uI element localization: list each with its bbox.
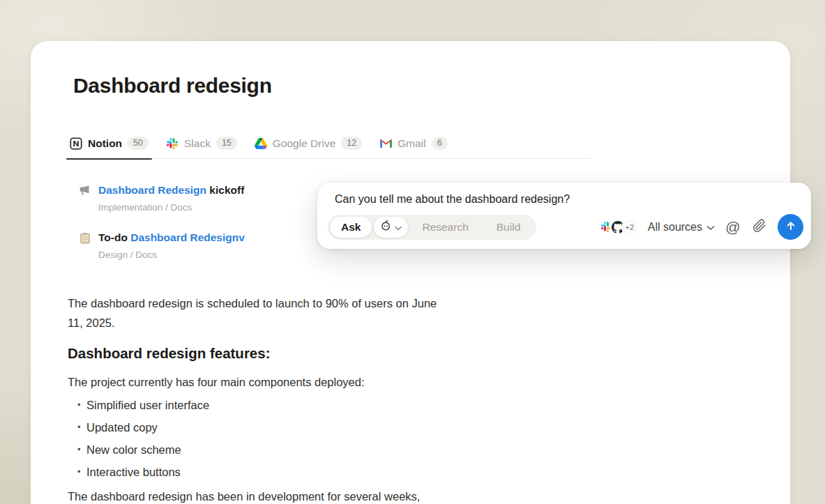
chevron-down-icon [395,221,402,234]
tab-gmail[interactable]: Gmail 6 [379,137,447,150]
page-title: Dashboard redesign [73,74,272,98]
notion-page-card: Dashboard redesign Notion 50 Slack 15 Go… [31,41,790,504]
source-tab-bar: Notion 50 Slack 15 Google Drive 12 Gmail… [70,137,591,159]
feature-list: Simplified user interface Updated copy N… [68,394,528,483]
result-item-kickoff[interactable]: Dashboard Redesign kickoff Implementatio… [79,184,330,213]
tab-google-drive[interactable]: Google Drive 12 [255,137,362,150]
tab-count-badge: 12 [341,137,362,150]
result-item-todo[interactable]: To-do Dashboard Redesignv Design / Docs [79,231,330,260]
research-mode-button[interactable]: Research [408,217,482,238]
result-title-rest: kickoff [209,184,244,196]
section-heading: Dashboard redesign features: [68,344,528,362]
paragraph: The project currently has four main comp… [68,373,528,392]
result-title-prefix: To-do [98,231,128,243]
notion-icon [70,137,82,150]
connected-sources-avatars: +2 [600,220,637,234]
ai-ask-panel: Can you tell me about the dashboard rede… [317,183,811,249]
tab-count-badge: 15 [216,137,237,150]
ai-face-icon [380,220,392,234]
result-breadcrumb: Design / Docs [98,250,330,260]
tab-label: Google Drive [273,137,335,150]
tab-label: Gmail [398,137,425,150]
tab-label: Notion [88,137,122,150]
list-item: Interactive buttons [68,461,528,483]
paperclip-icon [752,219,766,236]
attach-button[interactable] [750,217,769,237]
tab-count-badge: 50 [128,137,149,150]
sources-selector[interactable]: +2 All sources [600,220,715,234]
tab-notion[interactable]: Notion 50 [70,137,149,150]
at-icon: @ [725,220,740,234]
google-drive-icon [255,137,267,150]
list-item: Updated copy [68,416,528,438]
tab-count-badge: 6 [432,137,448,150]
send-button[interactable] [778,214,803,240]
arrow-up-icon [785,220,797,235]
tab-slack[interactable]: Slack 15 [166,137,237,150]
mention-button[interactable]: @ [723,217,743,237]
build-mode-button[interactable]: Build [483,217,534,238]
search-results-list: Dashboard Redesign kickoff Implementatio… [79,184,330,279]
tab-label: Slack [184,137,211,150]
ask-input[interactable]: Can you tell me about the dashboard rede… [317,183,811,209]
sources-label: All sources [648,221,702,234]
mode-segmented-control: Ask Research Build [328,215,536,240]
clipboard-icon [79,231,91,244]
more-sources-badge: +2 [623,220,637,234]
document-body: The dashboard redesign is scheduled to l… [68,294,528,504]
result-link[interactable]: Dashboard Redesignv [130,231,245,243]
result-breadcrumb: Implementation / Docs [98,202,330,213]
slack-icon [166,137,179,150]
list-item: New color scheme [68,438,528,461]
chevron-down-icon [706,221,715,234]
model-selector-button[interactable] [374,217,408,238]
gmail-icon [379,137,392,150]
list-item: Simplified user interface [68,394,528,416]
result-link[interactable]: Dashboard Redesign [98,184,206,196]
paragraph: The dashboard redesign is scheduled to l… [68,294,453,333]
paragraph: The dashboard redesign has been in devel… [68,487,528,504]
ask-mode-button[interactable]: Ask [330,217,372,238]
megaphone-icon [79,184,91,197]
